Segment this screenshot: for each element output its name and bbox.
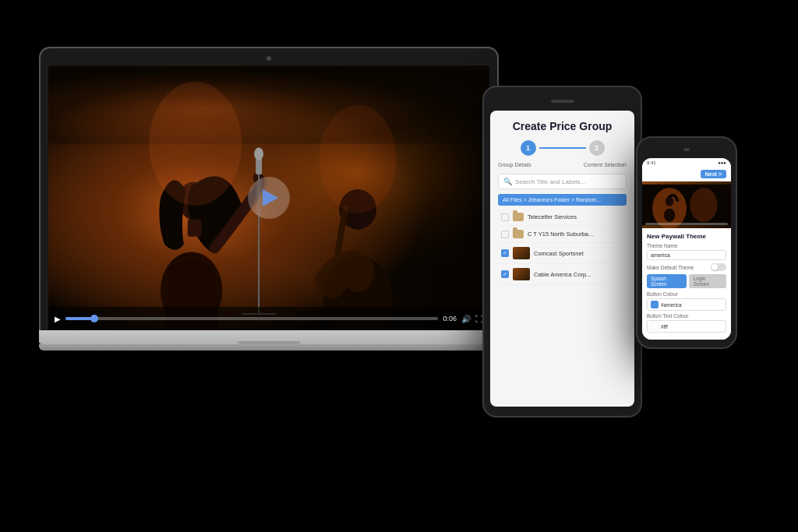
file-row-1[interactable]: Telecelfer Services [498, 209, 627, 226]
tablet-title: Create Price Group [498, 120, 627, 132]
concert-background: ▶ 0:06 🔊 ⛶ [48, 65, 489, 330]
phone-header: Next > [642, 167, 731, 181]
button-color-swatch [651, 301, 659, 308]
folder-icon-1 [513, 213, 524, 221]
video-thumb-4 [513, 268, 530, 280]
phone-video-thumbnail [642, 181, 731, 228]
file-name-3: Comcast Sportsnet [534, 250, 623, 257]
svg-point-16 [320, 105, 397, 213]
checkbox-3[interactable]: ✓ [501, 249, 509, 257]
play-icon [263, 189, 278, 206]
file-row-2[interactable]: C T Y15 North Suburba... [498, 226, 627, 243]
make-default-toggle[interactable] [711, 263, 726, 271]
svg-point-19 [690, 188, 717, 222]
phone-status-bar: 9:41 ●●● [642, 158, 731, 167]
login-screen-tab[interactable]: Login Screen [689, 274, 726, 288]
file-name-1: Telecelfer Services [528, 213, 623, 220]
folder-icon-2 [513, 230, 524, 238]
laptop-camera [267, 56, 271, 61]
screen-tabs: Splash Screen Login Screen [647, 274, 726, 288]
phone-device: 9:41 ●●● Next > [636, 136, 737, 349]
laptop-base [39, 330, 499, 344]
phone-video-overlay [645, 223, 728, 225]
file-row-3[interactable]: ✓ Comcast Sportsnet [498, 243, 627, 264]
progress-dot [90, 315, 98, 322]
play-button[interactable] [248, 177, 290, 219]
toggle-knob [711, 264, 718, 270]
checkbox-4[interactable]: ✓ [501, 270, 509, 278]
control-play-icon[interactable]: ▶ [55, 315, 61, 323]
phone-screen: 9:41 ●●● Next > [642, 158, 731, 340]
button-text-color-swatch [651, 322, 659, 330]
step-labels: Group Details Content Selection [498, 162, 627, 167]
phone-signal: ●●● [718, 160, 726, 165]
search-box[interactable]: 🔍 Search Title and Labels... [498, 174, 627, 189]
svg-rect-5 [188, 220, 202, 237]
step-2-circle: 2 [589, 140, 605, 156]
search-icon: 🔍 [503, 178, 512, 185]
button-color-value: #america [661, 302, 682, 308]
button-text-color-label: Button Text Colour [647, 313, 726, 319]
button-color-label: Button Colour [647, 291, 726, 297]
splash-screen-tab[interactable]: Splash Screen [647, 274, 687, 288]
phone-notch [671, 147, 702, 152]
video-thumb-3 [513, 247, 530, 259]
tablet-content: Create Price Group 1 2 Group Details Con… [490, 111, 634, 294]
svg-point-15 [149, 82, 242, 206]
file-name-2: C T Y15 North Suburba... [528, 231, 623, 238]
step-1-label: Group Details [498, 162, 531, 167]
tablet-screen: Create Price Group 1 2 Group Details Con… [490, 111, 634, 407]
progress-fill [65, 317, 95, 320]
file-row-4[interactable]: ✓ Cable America Corp... [498, 264, 627, 285]
phone-time: 9:41 [647, 160, 656, 165]
step-line [539, 147, 586, 149]
button-text-color-value: #fff [661, 324, 668, 329]
progress-stepper: 1 2 [498, 140, 627, 156]
button-text-color-input[interactable]: #fff [647, 320, 726, 333]
phone-paywall-section: New Paywall Theme Theme Name america Mak… [642, 228, 731, 340]
search-placeholder-text: Search Title and Labels... [515, 178, 585, 185]
svg-point-8 [254, 147, 263, 160]
theme-name-input[interactable]: america [647, 250, 726, 260]
laptop-device: ▶ 0:06 🔊 ⛶ [39, 47, 499, 351]
file-name-4: Cable America Corp... [534, 271, 623, 278]
volume-icon[interactable]: 🔊 [461, 315, 471, 323]
theme-name-label: Theme Name [647, 243, 726, 248]
tablet-camera [551, 100, 574, 103]
make-default-row: Make Default Theme [647, 263, 726, 271]
make-default-label: Make Default Theme [647, 265, 694, 270]
button-color-input[interactable]: #america [647, 298, 726, 311]
phone-section-title: New Paywall Theme [647, 233, 726, 240]
phone-video-svg [642, 181, 731, 228]
progress-bar[interactable] [65, 317, 438, 320]
laptop-screen-outer: ▶ 0:06 🔊 ⛶ [39, 47, 499, 330]
checkbox-2[interactable] [501, 231, 509, 238]
laptop-bottom [39, 344, 499, 351]
breadcrumb-text: All Files > Johanna's Folder > Random... [503, 197, 601, 203]
breadcrumb-row[interactable]: All Files > Johanna's Folder > Random... [498, 194, 627, 206]
next-button[interactable]: Next > [701, 170, 726, 178]
time-display: 0:06 [443, 315, 457, 322]
video-controls-bar: ▶ 0:06 🔊 ⛶ [48, 307, 489, 330]
checkbox-1[interactable] [501, 213, 509, 221]
tablet-device: Create Price Group 1 2 Group Details Con… [482, 86, 642, 417]
step-2-label: Content Selection [584, 162, 627, 167]
main-scene: ▶ 0:06 🔊 ⛶ [0, 0, 798, 532]
svg-point-20 [664, 208, 675, 222]
svg-rect-14 [48, 66, 489, 143]
laptop-screen: ▶ 0:06 🔊 ⛶ [48, 65, 489, 330]
step-1-circle: 1 [521, 140, 536, 156]
